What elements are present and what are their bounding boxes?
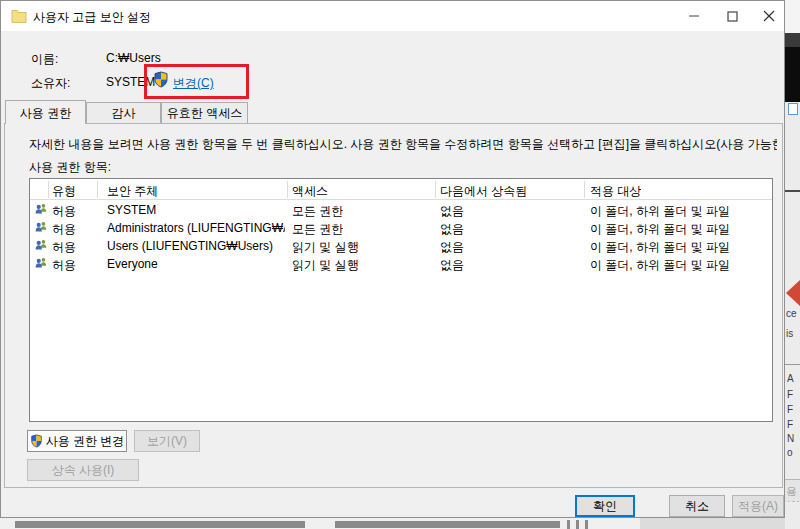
cancel-button[interactable]: 취소	[669, 495, 725, 517]
bg-text-fragment: F	[787, 419, 793, 430]
column-header-applies-to[interactable]: 적용 대상	[590, 183, 641, 200]
background-window-right-sliver: ce is A F F F N o 용(A)	[785, 0, 800, 529]
column-header-type[interactable]: 유형	[52, 183, 76, 200]
users-icon	[34, 202, 48, 219]
permission-row[interactable]: 허용 Users (LIUFENGTING₩Users) 읽기 및 실행 없음 …	[30, 236, 772, 254]
button-label: 확인	[593, 498, 617, 515]
instructions-text: 자세한 내용을 보려면 사용 권한 항목을 두 번 클릭하십시오. 사용 권한 …	[29, 136, 777, 153]
red-annotation-box	[144, 64, 249, 99]
users-icon	[34, 238, 48, 255]
bg-black-block	[785, 47, 800, 102]
column-separator[interactable]	[435, 181, 436, 198]
bg-bar	[335, 521, 560, 528]
bg-divider-line	[785, 364, 800, 365]
bg-text-fragment: F	[787, 404, 793, 415]
bg-apply-button-fragment: 용(A)	[785, 479, 800, 502]
minimize-icon	[688, 10, 700, 22]
cell-principal: Users (LIUFENGTING₩Users)	[107, 239, 285, 253]
shield-icon	[30, 434, 43, 448]
button-label: 상속 사용(I)	[52, 462, 115, 479]
bg-text-fragment: o	[787, 447, 793, 458]
maximize-button[interactable]	[712, 1, 752, 31]
folder-icon	[11, 9, 27, 26]
bg-bar	[15, 521, 305, 528]
change-permissions-button[interactable]: 사용 권한 변경	[27, 430, 127, 452]
cell-principal: SYSTEM	[107, 203, 285, 217]
users-icon	[34, 220, 48, 237]
name-label: 이름:	[31, 51, 58, 68]
enable-inheritance-button[interactable]: 상속 사용(I)	[27, 459, 139, 481]
button-label: 취소	[685, 498, 709, 515]
bg-text-fragment: is	[786, 328, 793, 339]
maximize-icon	[727, 11, 738, 22]
name-value: C:₩Users	[106, 51, 161, 65]
button-label: 사용 권한 변경	[46, 433, 125, 450]
bg-tick	[585, 520, 588, 529]
permission-entries-label: 사용 권한 항목:	[29, 159, 111, 176]
apply-button[interactable]: 적용(A)	[732, 495, 784, 517]
column-header-access[interactable]: 액세스	[292, 183, 328, 200]
bg-text-fragment: ce	[786, 308, 797, 319]
permission-row[interactable]: 허용 Everyone 읽기 및 실행 없음 이 폴더, 하위 폴더 및 파일	[30, 254, 772, 272]
column-separator[interactable]	[584, 181, 585, 198]
bg-text-fragment: N	[787, 433, 794, 444]
column-separator[interactable]	[97, 181, 98, 198]
close-icon	[763, 10, 775, 22]
tab-effective-access[interactable]: 유효한 액세스	[161, 102, 248, 124]
bg-dark-band	[785, 33, 800, 47]
tab-label: 유효한 액세스	[167, 106, 242, 120]
background-window-bottom-sliver	[0, 518, 785, 529]
bg-edge	[640, 518, 785, 529]
owner-label: 소유자:	[31, 75, 70, 92]
minimize-button[interactable]	[674, 1, 714, 31]
cell-inherited-from: 없음	[440, 257, 464, 274]
bg-tick	[567, 520, 570, 529]
table-header-row: 유형 보안 주체 액세스 다음에서 상속됨 적용 대상	[30, 179, 772, 200]
window-title: 사용자 고급 보안 설정	[33, 9, 151, 26]
cell-principal: Administrators (LIUFENGTING₩Ad...	[107, 221, 285, 235]
view-button[interactable]: 보기(V)	[134, 430, 200, 452]
users-icon	[34, 256, 48, 273]
tab-permissions[interactable]: 사용 권한	[5, 100, 86, 124]
bg-divider-line	[785, 190, 800, 192]
button-label: 보기(V)	[147, 433, 187, 450]
cell-principal: Everyone	[107, 257, 285, 271]
title-bar[interactable]: 사용자 고급 보안 설정	[1, 1, 784, 31]
bg-tick	[576, 520, 579, 529]
bg-titlebar-fragment	[785, 0, 800, 33]
red-arrow-annotation	[786, 280, 800, 306]
cell-access: 읽기 및 실행	[292, 257, 359, 274]
tab-label: 감사	[112, 106, 136, 120]
bg-text-fragment: A	[787, 373, 794, 384]
screen: ce is A F F F N o 용(A) 사용자 고급 보안 설정	[0, 0, 800, 529]
button-label: 적용(A)	[738, 498, 778, 515]
permission-row[interactable]: 허용 SYSTEM 모든 권한 없음 이 폴더, 하위 폴더 및 파일	[30, 200, 772, 218]
advanced-security-dialog: 사용자 고급 보안 설정 이름: C:₩Users 소유자: SYSTEM	[0, 0, 785, 518]
column-header-principal[interactable]: 보안 주체	[107, 183, 158, 200]
permission-entries-table[interactable]: 유형 보안 주체 액세스 다음에서 상속됨 적용 대상	[29, 178, 773, 422]
column-header-inherited-from[interactable]: 다음에서 상속됨	[440, 183, 527, 200]
tab-auditing[interactable]: 감사	[86, 102, 161, 124]
tab-label: 사용 권한	[20, 106, 71, 120]
column-separator[interactable]	[48, 181, 49, 198]
column-separator[interactable]	[287, 181, 288, 198]
bg-text-fragment: F	[787, 389, 793, 400]
cell-applies-to: 이 폴더, 하위 폴더 및 파일	[590, 257, 730, 274]
ok-button[interactable]: 확인	[575, 495, 635, 517]
bg-favicon-fragment	[788, 103, 798, 115]
cell-type: 허용	[52, 257, 76, 274]
close-button[interactable]	[752, 1, 785, 31]
permission-row[interactable]: 허용 Administrators (LIUFENGTING₩Ad... 모든 …	[30, 218, 772, 236]
